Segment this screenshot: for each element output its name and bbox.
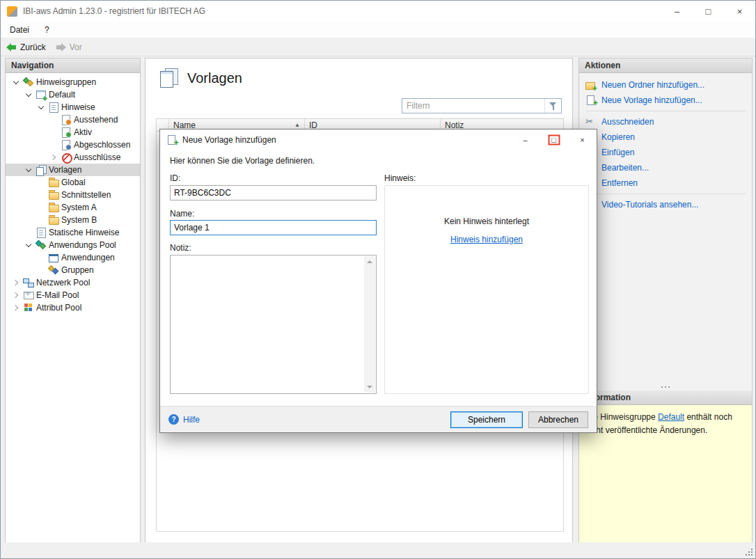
forward-button[interactable]: Vor (56, 42, 82, 52)
tree-item-hinweise[interactable]: Hinweise (6, 101, 140, 113)
tree-item-system-a[interactable]: System A (6, 201, 140, 214)
panel-spacer (579, 212, 752, 384)
hint-groups-icon (23, 77, 34, 88)
separator (585, 194, 746, 194)
toolbar: Zurück Vor (1, 38, 755, 56)
chevron-down-icon[interactable] (24, 165, 33, 175)
dialog-titlebar[interactable]: Neue Vorlage hinzufügen – □ × (160, 129, 597, 150)
pending-icon (61, 114, 72, 125)
forward-label: Vor (70, 42, 82, 52)
chevron-down-icon[interactable] (24, 90, 33, 100)
tree-label: System A (61, 203, 97, 212)
network-pool-icon (23, 277, 34, 288)
tree-item-gruppen[interactable]: Gruppen (6, 264, 140, 276)
tree-item-abgeschlossen[interactable]: Abgeschlossen (6, 139, 140, 151)
filter-input[interactable] (402, 99, 544, 113)
chevron-down-icon[interactable] (11, 77, 21, 87)
tree-item-email-pool[interactable]: E-Mail Pool (6, 289, 140, 301)
save-button[interactable]: Speichern (450, 411, 523, 428)
cancel-button[interactable]: Abbrechen (528, 411, 588, 428)
id-field[interactable] (170, 185, 377, 200)
tree-item-anwendungs-pool[interactable]: Anwendungs Pool (6, 239, 140, 251)
tree-label: Vorlagen (49, 165, 81, 175)
new-template-icon (585, 95, 597, 106)
help-link[interactable]: Hilfe (168, 414, 200, 425)
dialog-maximize-button[interactable]: □ (540, 129, 568, 150)
tree-label: Hinweise (61, 102, 95, 112)
action-new-folder[interactable]: Neuen Ordner hinzufügen... (579, 77, 752, 93)
id-label: ID: (170, 173, 180, 183)
tree-label: Anwendungen (61, 253, 115, 262)
folder-icon (48, 202, 59, 213)
filter-funnel-icon[interactable] (544, 99, 561, 113)
chevron-right-icon[interactable] (49, 152, 58, 162)
tree-item-statische-hinweise[interactable]: Statische Hinweise (6, 226, 140, 239)
chevron-down-icon[interactable] (24, 240, 33, 250)
hint-group-icon (36, 89, 47, 100)
tree-item-ausschluesse[interactable]: Ausschlüsse (6, 151, 140, 164)
chevron-spacer (49, 127, 58, 137)
menu-help[interactable]: ? (45, 25, 49, 35)
default-group-link[interactable]: Default (658, 412, 684, 422)
action-paste[interactable]: Einfügen (579, 145, 752, 160)
window-title: IBI-aws Admin 1.23.0 - registriert für I… (23, 6, 205, 16)
static-hints-icon (36, 227, 47, 238)
action-remove[interactable]: Entfernen (579, 175, 752, 191)
tree-item-aktiv[interactable]: Aktiv (6, 126, 140, 139)
forward-arrow-icon (56, 42, 66, 52)
page-title: Vorlagen (187, 70, 242, 86)
tree-item-system-b[interactable]: System B (6, 214, 140, 226)
tree-item-vorlagen[interactable]: Vorlagen (6, 164, 140, 176)
chevron-spacer (49, 140, 58, 150)
tree-label: Default (49, 90, 75, 100)
active-icon (61, 127, 72, 138)
back-arrow-icon (6, 42, 17, 52)
action-copy[interactable]: Kopieren (579, 129, 752, 145)
maximize-button[interactable]: □ (693, 1, 724, 22)
menu-datei[interactable]: Datei (10, 25, 29, 35)
dialog-close-button[interactable]: × (568, 129, 597, 150)
hinweis-empty-text: Kein Hinweis hinterlegt (385, 216, 588, 226)
chevron-right-icon[interactable] (11, 303, 21, 313)
tree-item-hinweisgruppen[interactable]: Hinweisgruppen (6, 76, 140, 88)
cut-icon (585, 116, 597, 127)
notiz-textarea[interactable] (170, 255, 377, 394)
actions-header: Aktionen (579, 58, 752, 73)
name-field[interactable] (170, 220, 377, 235)
app-icon (7, 6, 17, 17)
tree-item-ausstehend[interactable]: Ausstehend (6, 113, 140, 126)
close-button[interactable]: × (724, 1, 755, 22)
chevron-spacer (36, 178, 46, 187)
minimize-button[interactable]: – (661, 1, 693, 22)
tree-item-netzwerk-pool[interactable]: Netzwerk Pool (6, 276, 140, 289)
action-new-template[interactable]: Neue Vorlage hinzufügen... (579, 93, 752, 108)
splitter-grip[interactable] (579, 384, 752, 391)
tree-label: Ausstehend (74, 115, 118, 125)
navigation-tree: Hinweisgruppen Default Hinweise Ausstehe… (6, 73, 140, 314)
action-video-tutorials[interactable]: Video-Tutorials ansehen... (579, 197, 752, 212)
chevron-down-icon[interactable] (36, 102, 46, 112)
tree-item-anwendungen[interactable]: Anwendungen (6, 251, 140, 264)
chevron-right-icon[interactable] (11, 278, 21, 288)
resize-grip[interactable] (745, 548, 753, 556)
tree-item-default[interactable]: Default (6, 88, 140, 101)
action-label: Bearbeiten... (601, 163, 649, 173)
action-cut[interactable]: Ausschneiden (579, 114, 752, 129)
tree-item-global[interactable]: Global (6, 176, 140, 189)
hinweis-add-link[interactable]: Hinweis hinzufügen (450, 235, 523, 244)
scrollbar[interactable] (364, 256, 375, 393)
app-window: IBI-aws Admin 1.23.0 - registriert für I… (0, 0, 756, 559)
information-header: Information (579, 391, 752, 405)
app-titlebar[interactable]: IBI-aws Admin 1.23.0 - registriert für I… (1, 1, 755, 22)
back-button[interactable]: Zurück (6, 42, 46, 52)
dialog-body: Hier können Sie die Vorlage definieren. … (160, 150, 597, 406)
tree-label: Anwendungs Pool (49, 240, 116, 250)
navigation-header: Navigation (6, 58, 140, 73)
chevron-right-icon[interactable] (11, 290, 21, 300)
action-edit[interactable]: Bearbeiten... (579, 160, 752, 175)
dialog-minimize-button[interactable]: – (511, 129, 540, 150)
action-label: Video-Tutorials ansehen... (601, 200, 698, 210)
tree-label: Netzwerk Pool (36, 278, 90, 288)
tree-item-schnittstellen[interactable]: Schnittstellen (6, 189, 140, 201)
tree-item-attribut-pool[interactable]: Attribut Pool (6, 301, 140, 314)
